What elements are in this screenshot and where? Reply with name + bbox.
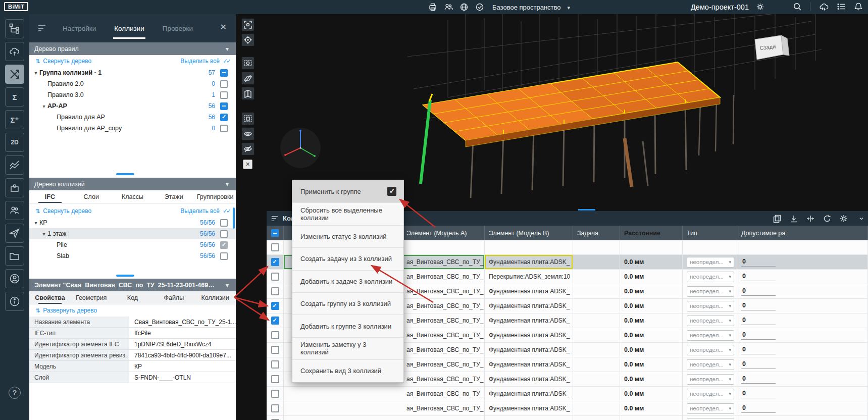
scrollbar[interactable]: [233, 207, 235, 229]
select-all-checkbox[interactable]: [271, 229, 279, 237]
charts-button[interactable]: [5, 155, 24, 175]
element-tab[interactable]: Код: [112, 291, 154, 304]
row-checkbox[interactable]: [271, 317, 279, 325]
tree-tab[interactable]: Классы: [112, 190, 154, 203]
sum-add-button[interactable]: Σ⁺: [5, 110, 24, 129]
node-checkbox[interactable]: [220, 252, 228, 260]
collision-tree-row[interactable]: 1 этаж 56/56: [29, 228, 236, 239]
show-button[interactable]: [241, 127, 254, 140]
row-checkbox[interactable]: [271, 258, 279, 266]
panel-tab[interactable]: Коллизии: [113, 22, 145, 35]
element-tab[interactable]: Геометрия: [71, 291, 112, 304]
node-checkbox[interactable]: [220, 241, 228, 249]
section-box-button[interactable]: [241, 112, 254, 125]
allowed-input[interactable]: 0: [741, 390, 776, 398]
allowed-input[interactable]: 0: [741, 273, 776, 281]
collapse-tree-link[interactable]: Свернуть дерево: [35, 58, 91, 65]
rule-checkbox[interactable]: [220, 114, 228, 121]
column-header[interactable]: Задача: [573, 226, 620, 240]
scroll-indicator[interactable]: [116, 173, 134, 175]
context-menu-item[interactable]: Применить к группе: [292, 180, 403, 202]
expander-icon[interactable]: [32, 220, 39, 226]
column-header[interactable]: Элемент (Модель B): [485, 226, 573, 240]
allowed-input[interactable]: 0: [741, 317, 776, 325]
cloud-upload-button[interactable]: [5, 42, 24, 61]
cloud-sync-icon[interactable]: [819, 2, 829, 11]
expander-icon[interactable]: [40, 231, 47, 237]
type-dropdown[interactable]: неопредел...: [687, 286, 734, 297]
rules-tree-row[interactable]: Правило для АР_copy 0: [29, 123, 236, 134]
info-button[interactable]: [5, 292, 24, 311]
help-button[interactable]: ?: [9, 387, 21, 399]
rules-tree-header[interactable]: Дерево правил: [29, 42, 236, 55]
allowed-input[interactable]: 0: [741, 302, 776, 310]
locate-button[interactable]: [241, 33, 254, 46]
row-checkbox[interactable]: [271, 375, 279, 383]
rule-checkbox[interactable]: [220, 80, 228, 88]
row-checkbox[interactable]: [271, 390, 279, 398]
tree-tab[interactable]: Этажи: [153, 190, 194, 203]
section-button[interactable]: [241, 87, 254, 100]
sort-icon[interactable]: [37, 24, 46, 32]
bell-icon[interactable]: [854, 2, 863, 11]
collision-tree-row[interactable]: Pile 56/56: [29, 239, 236, 250]
collisions-tree-header[interactable]: Дерево коллизий: [29, 178, 236, 190]
copy-icon[interactable]: [773, 214, 782, 223]
element-header[interactable]: Элемент "Свая_Винтовая_СВС_по_ТУ_25-11-2…: [29, 279, 236, 291]
scroll-indicator[interactable]: [116, 275, 134, 277]
viewport-scroll-indicator[interactable]: [578, 209, 595, 211]
panel-tab[interactable]: Настройки: [62, 22, 97, 35]
menu-icon[interactable]: [271, 215, 279, 222]
column-header[interactable]: Тип: [683, 226, 737, 240]
type-dropdown[interactable]: неопредел...: [687, 418, 734, 420]
context-menu-item[interactable]: Добавить к задаче 3 коллизии: [292, 270, 403, 292]
visibility-box-button[interactable]: [241, 57, 254, 70]
type-dropdown[interactable]: неопредел...: [687, 374, 734, 385]
collapse-tree-link[interactable]: Свернуть дерево: [35, 207, 91, 215]
context-menu-item[interactable]: Создать задачу из 3 коллизий: [292, 247, 403, 270]
context-menu-item[interactable]: Добавить к группе 3 коллизии: [292, 314, 403, 337]
row-checkbox[interactable]: [271, 404, 279, 412]
users-button[interactable]: [5, 201, 24, 220]
search-icon[interactable]: [793, 2, 802, 11]
panel-tab[interactable]: Проверки: [162, 22, 194, 35]
team-icon[interactable]: [444, 3, 453, 12]
allowed-input[interactable]: 0: [741, 331, 776, 340]
allowed-input[interactable]: 0: [741, 346, 776, 354]
row-checkbox[interactable]: [271, 287, 279, 295]
project-settings-gear-icon[interactable]: [756, 3, 764, 11]
allowed-input[interactable]: 0: [741, 375, 776, 384]
rule-checkbox[interactable]: [220, 91, 228, 99]
sum-button[interactable]: Σ: [5, 87, 24, 107]
rule-checkbox[interactable]: [220, 102, 228, 110]
expander-icon[interactable]: [32, 70, 39, 76]
projects-folder-button[interactable]: [5, 246, 24, 266]
context-menu-item[interactable]: Изменить статус 3 коллизий: [292, 225, 403, 247]
node-checkbox[interactable]: [220, 230, 228, 238]
allowed-input[interactable]: 0: [741, 360, 776, 369]
type-dropdown[interactable]: неопредел...: [687, 272, 734, 282]
2d-view-button[interactable]: 2D: [5, 133, 24, 152]
type-dropdown[interactable]: неопредел...: [687, 316, 734, 326]
tree-tab[interactable]: IFC: [29, 190, 71, 203]
rule-checkbox[interactable]: [220, 69, 228, 77]
table-row[interactable]: ая_Винтовая_СВС_по_ТУ_ Фундаментная плит…: [267, 416, 868, 420]
table-row[interactable]: ая_Винтовая_СВС_по_ТУ_ Фундаментная плит…: [267, 387, 868, 401]
collision-tree-row[interactable]: Slab 56/56: [29, 250, 236, 261]
node-checkbox[interactable]: [220, 219, 228, 227]
tree-tab[interactable]: Группировки: [194, 190, 236, 203]
type-dropdown[interactable]: неопредел...: [687, 257, 734, 268]
context-menu-item[interactable]: Изменить заметку у 3 коллизий: [292, 337, 403, 359]
expander-icon[interactable]: [40, 103, 47, 109]
collapse-panel-icon[interactable]: [858, 215, 865, 222]
row-checkbox[interactable]: [271, 360, 279, 369]
download-icon[interactable]: [789, 214, 798, 223]
apply-to-group-checkbox[interactable]: [387, 187, 396, 196]
close-box-button[interactable]: [243, 160, 252, 169]
rules-tree-row[interactable]: Правило 2.0 0: [29, 78, 236, 89]
rules-tree-row[interactable]: Правило для АР 56: [29, 112, 236, 123]
close-icon[interactable]: [220, 23, 227, 31]
send-button[interactable]: [5, 224, 24, 243]
row-checkbox[interactable]: [271, 346, 279, 354]
collision-tree-row[interactable]: КР 56/56: [29, 217, 236, 228]
